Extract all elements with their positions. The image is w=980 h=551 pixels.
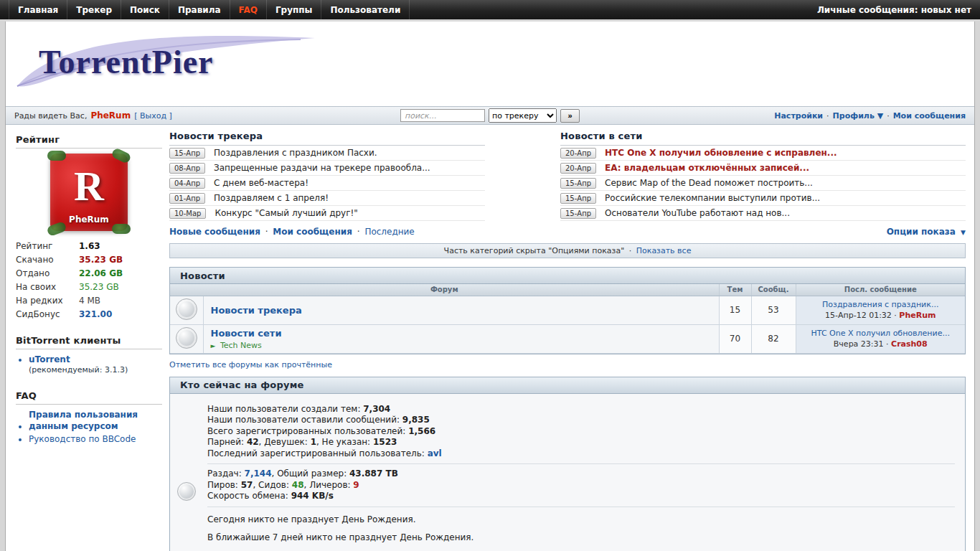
avatar-username: PheRum bbox=[50, 215, 128, 225]
profile-menu-link[interactable]: Профиль ▼ bbox=[833, 111, 884, 121]
last-post-user-link[interactable]: PheRum bbox=[899, 311, 936, 320]
news-link[interactable]: Сервис Map of the Dead поможет построить… bbox=[605, 178, 813, 188]
tracker-news-block: Новости трекера 15-Апр Поздравления с пр… bbox=[169, 131, 485, 221]
online-stat-line: Парней: 42, Девушек: 1, Не указан: 1523 bbox=[207, 437, 955, 448]
last-post-cell: HTC One X получил обновление... Вчера 23… bbox=[796, 324, 965, 353]
news-date-button[interactable]: 15-Апр bbox=[560, 193, 596, 204]
mark-all-read-link[interactable]: Отметить все форумы как прочтённые bbox=[169, 360, 332, 369]
private-messages-status[interactable]: Личные сообщения: новых нет bbox=[817, 5, 971, 15]
top-navigation: Главная Трекер Поиск Правила FAQ Группы … bbox=[0, 0, 980, 19]
news-date-button[interactable]: 15-Апр bbox=[560, 178, 596, 189]
forum-link-tracker-news[interactable]: Новости трекера bbox=[211, 305, 302, 316]
current-username-link[interactable]: PheRum bbox=[90, 110, 131, 121]
net-news-item: 15-Апр Сервис Map of the Dead поможет по… bbox=[560, 176, 966, 191]
net-news-item: 20-Апр EA: владельцам отключённых записе… bbox=[560, 161, 966, 176]
nav-item-tracker[interactable]: Трекер bbox=[67, 0, 121, 19]
rules-of-use-link[interactable]: Правила пользования данным ресурсом bbox=[29, 410, 162, 432]
latest-link[interactable]: Последние bbox=[364, 227, 414, 237]
separator-dot: · bbox=[265, 227, 268, 237]
topics-count: 15 bbox=[719, 296, 751, 324]
search-go-button[interactable]: » bbox=[560, 109, 580, 123]
last-post-link[interactable]: Поздравления с праздник... bbox=[799, 300, 963, 309]
news-date-button[interactable]: 04-Апр bbox=[169, 178, 205, 189]
bbcode-guide-link[interactable]: Руководство по BBCode bbox=[29, 434, 136, 444]
logo-banner[interactable]: TorrentPier bbox=[6, 22, 974, 106]
stat-row-on-rare: На редких 4 MB bbox=[16, 294, 162, 308]
client-list-item: uTorrent (рекомендуемый: 3.1.3) bbox=[29, 354, 162, 375]
online-body: Наши пользователи создали тем: 7,304 Наш… bbox=[170, 394, 965, 551]
new-messages-link[interactable]: Новые сообщения bbox=[169, 227, 260, 237]
last-post-user-link[interactable]: Crash08 bbox=[891, 339, 928, 349]
my-messages-top-link[interactable]: Мои сообщения bbox=[893, 111, 966, 121]
online-stat-line: Всего зарегистрированных пользователей: … bbox=[207, 426, 955, 438]
page-container: TorrentPier Рады видеть Вас, PheRum [ Вы… bbox=[5, 22, 975, 551]
nav-item-search[interactable]: Поиск bbox=[121, 0, 169, 19]
separator-dot: · bbox=[887, 111, 890, 121]
tracker-news-item: 04-Апр С днем веб-мастера! bbox=[169, 176, 485, 191]
news-date-button[interactable]: 20-Апр bbox=[560, 148, 596, 159]
news-date-button[interactable]: 15-Апр bbox=[560, 208, 596, 219]
subforum-link-tech-news[interactable]: Tech News bbox=[220, 341, 262, 350]
news-link[interactable]: Поздравляем с 1 апреля! bbox=[214, 193, 329, 203]
display-options-link[interactable]: Опции показа ▼ bbox=[887, 227, 966, 237]
my-messages-link[interactable]: Мои сообщения bbox=[273, 227, 352, 237]
news-date-button[interactable]: 08-Апр bbox=[169, 163, 205, 174]
news-link-unread[interactable]: EA: владельцам отключённых записей... bbox=[605, 163, 809, 173]
user-bar: Рады видеть Вас, PheRum [ Выход ] по тре… bbox=[6, 106, 974, 125]
forums-section-header: Новости bbox=[170, 268, 965, 284]
net-news-block: Новости в сети 20-Апр HTC One X получил … bbox=[560, 131, 966, 221]
nav-item-users[interactable]: Пользователи bbox=[321, 0, 410, 19]
settings-link[interactable]: Настройки bbox=[774, 111, 823, 121]
users-stats-block: Наши пользователи создали тем: 7,304 Наш… bbox=[207, 400, 955, 464]
forum-row: Новости сети ► Tech News 70 82 HTC One X… bbox=[170, 324, 965, 353]
net-news-item: 20-Апр HTC One X получил обновление с ис… bbox=[560, 146, 966, 161]
group-status-icon bbox=[177, 482, 196, 501]
news-link-unread[interactable]: HTC One X получил обновление с исправлен… bbox=[605, 148, 837, 158]
show-all-link[interactable]: Показать все bbox=[636, 246, 692, 255]
news-link[interactable]: Основатели YouTube работают над нов... bbox=[605, 208, 790, 218]
news-link[interactable]: Запрещенные раздачи на трекере правообла… bbox=[214, 163, 430, 173]
online-stat-line: Наши пользователи создали тем: 7,304 bbox=[207, 404, 955, 415]
forum-link-net-news[interactable]: Новости сети bbox=[211, 328, 282, 339]
news-link[interactable]: Поздравления с праздником Пасхи. bbox=[214, 148, 377, 158]
news-link[interactable]: С днем веб-мастера! bbox=[214, 178, 308, 188]
search-input[interactable] bbox=[400, 109, 485, 122]
faq-section-title: FAQ bbox=[16, 387, 162, 405]
tracker-news-item: 08-Апр Запрещенные раздачи на трекере пр… bbox=[169, 161, 485, 176]
stat-row-on-own: На своих 35.23 GB bbox=[16, 281, 162, 294]
search-scope-select[interactable]: по трекеру bbox=[489, 108, 557, 123]
utorrent-link[interactable]: uTorrent bbox=[29, 354, 70, 364]
torrents-stats-block: Раздач: 7,144, Общий размер: 43.887 TB П… bbox=[207, 463, 955, 507]
net-news-title: Новости в сети bbox=[560, 131, 966, 146]
subforum-arrow-icon: ► bbox=[211, 342, 216, 349]
separator-dot: · bbox=[357, 227, 360, 237]
forums-table: Форум Тем Сообщ. Посл. сообщение Новости… bbox=[170, 284, 965, 354]
nav-item-home[interactable]: Главная bbox=[9, 0, 67, 19]
last-post-meta: Вчера 23:31 · Crash08 bbox=[799, 339, 963, 349]
column-header-lastpost: Посл. сообщение bbox=[796, 284, 965, 296]
forum-status-icon bbox=[176, 298, 197, 320]
news-date-button[interactable]: 01-Апр bbox=[169, 193, 205, 204]
column-header-forum: Форум bbox=[170, 284, 719, 296]
logout-link[interactable]: [ Выход ] bbox=[134, 111, 172, 121]
avatar-garland-icon bbox=[47, 151, 66, 161]
avatar-garland-icon bbox=[112, 224, 131, 234]
news-link[interactable]: Российские телекомпании выступили против… bbox=[605, 193, 820, 203]
nav-item-groups[interactable]: Группы bbox=[267, 0, 322, 19]
last-post-link[interactable]: HTC One X получил обновление... bbox=[799, 329, 963, 338]
content-area: Рейтинг R PheRum Рейтинг 1.63 Скачано 35… bbox=[6, 125, 974, 551]
nav-item-faq[interactable]: FAQ bbox=[230, 0, 267, 19]
news-date-button[interactable]: 10-Мар bbox=[169, 208, 206, 219]
tracker-news-title: Новости трекера bbox=[169, 131, 485, 146]
last-post-meta: 15-Апр-12 01:32 · PheRum bbox=[799, 311, 963, 320]
top-nav-menu: Главная Трекер Поиск Правила FAQ Группы … bbox=[9, 0, 410, 19]
news-link[interactable]: Конкурс "Самый лучший друг!" bbox=[215, 208, 357, 218]
forum-row: Новости трекера 15 53 Поздравления с пра… bbox=[170, 296, 965, 324]
net-news-item: 15-Апр Основатели YouTube работают над н… bbox=[560, 206, 966, 221]
news-date-button[interactable]: 15-Апр bbox=[169, 148, 205, 159]
news-date-button[interactable]: 20-Апр bbox=[560, 163, 596, 174]
user-avatar[interactable]: R PheRum bbox=[50, 154, 128, 231]
nav-item-rules[interactable]: Правила bbox=[169, 0, 230, 19]
topics-count: 70 bbox=[719, 324, 751, 353]
sidebar: Рейтинг R PheRum Рейтинг 1.63 Скачано 35… bbox=[16, 131, 162, 551]
